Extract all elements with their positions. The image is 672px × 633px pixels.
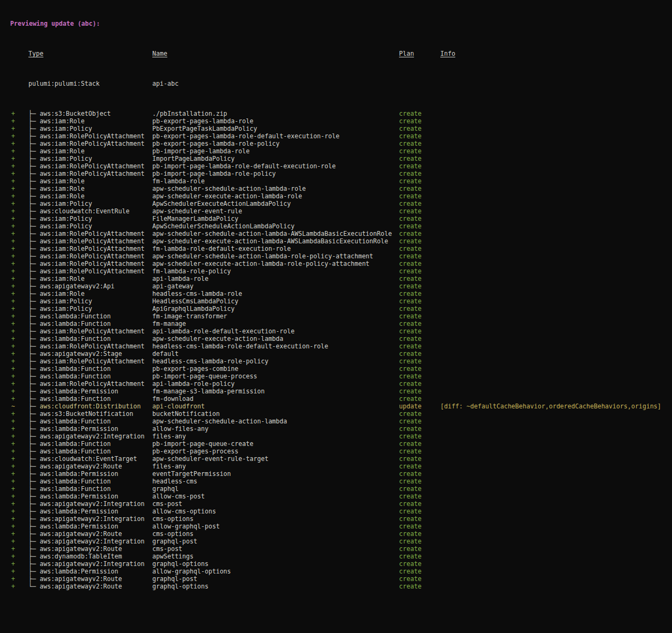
tree-connector-icon: ├─ xyxy=(28,140,40,147)
table-row: + ├─ aws:iam:Role api-lambda-role create xyxy=(10,275,672,282)
tree-connector-icon: ├─ xyxy=(28,388,40,395)
tree-connector-icon: ├─ xyxy=(28,207,40,215)
resource-name: pb-import-page-lambda-role xyxy=(152,147,399,155)
plan-value: create xyxy=(399,433,440,440)
row-op-marker: + xyxy=(10,132,28,140)
resource-name: pb-import-page-lambda-role-policy xyxy=(152,170,399,177)
table-row: + ├─ aws:apigatewayv2:Integration cms-op… xyxy=(10,515,672,523)
row-op-marker: + xyxy=(10,463,28,470)
row-op-marker: + xyxy=(10,125,28,132)
resource-name: apw-scheduler-execute-action-lambda xyxy=(152,335,399,342)
resource-name: ./pbInstallation.zip xyxy=(152,110,399,117)
resource-name: pb-export-pages-process xyxy=(152,448,399,455)
plan-value: create xyxy=(399,425,440,433)
plan-value: create xyxy=(399,230,440,237)
row-type-cell: ├─ aws:iam:RolePolicyAttachment xyxy=(28,252,152,260)
row-op-marker: + xyxy=(10,237,28,245)
stack-name: api-abc xyxy=(152,80,399,87)
plan-value: create xyxy=(399,395,440,403)
table-row: + ├─ aws:apigatewayv2:Route graphql-post… xyxy=(10,575,672,583)
resource-name: apw-scheduler-execute-action-lambda-role… xyxy=(152,260,399,267)
row-type-cell: ├─ aws:iam:RolePolicyAttachment xyxy=(28,245,152,252)
table-row: + ├─ aws:apigatewayv2:Integration graphq… xyxy=(10,538,672,545)
row-type-cell: ├─ aws:iam:RolePolicyAttachment xyxy=(28,170,152,177)
table-row: + ├─ aws:lambda:Function fm-manage creat… xyxy=(10,320,672,327)
table-row: + ├─ aws:iam:RolePolicyAttachment pb-exp… xyxy=(10,140,672,147)
tree-connector-icon: ├─ xyxy=(28,448,40,455)
table-row: + ├─ aws:lambda:Permission allow-cms-pos… xyxy=(10,493,672,500)
plan-value: create xyxy=(399,493,440,500)
table-row: + ├─ aws:iam:Role fm-lambda-role create xyxy=(10,177,672,185)
tree-connector-icon: ├─ xyxy=(28,508,40,515)
row-type-cell: ├─ aws:apigatewayv2:Route xyxy=(28,530,152,538)
table-row: + ├─ aws:iam:RolePolicyAttachment apw-sc… xyxy=(10,237,672,245)
tree-connector-icon: ├─ xyxy=(28,500,40,508)
row-type-cell: ├─ aws:lambda:Function xyxy=(28,373,152,380)
resource-type: aws:iam:RolePolicyAttachment xyxy=(40,132,144,140)
row-type-cell: └─ aws:apigatewayv2:Route xyxy=(28,583,152,590)
resource-type: aws:iam:Policy xyxy=(40,125,92,132)
table-row: + ├─ aws:cloudwatch:EventRule apw-schedu… xyxy=(10,207,672,215)
plan-value: create xyxy=(399,530,440,538)
table-row: + ├─ aws:iam:Role apw-scheduler-execute-… xyxy=(10,192,672,200)
resource-name: pb-export-pages-lambda-role xyxy=(152,117,399,125)
tree-connector-icon: ├─ xyxy=(28,132,40,140)
row-op-marker: + xyxy=(10,365,28,373)
resource-type: aws:lambda:Function xyxy=(40,448,111,455)
resource-type: aws:iam:RolePolicyAttachment xyxy=(40,380,144,388)
row-op-marker: + xyxy=(10,455,28,463)
row-type-cell: ├─ aws:s3:BucketNotification xyxy=(28,410,152,418)
row-op-marker: + xyxy=(10,267,28,275)
tree-connector-icon: ├─ xyxy=(28,215,40,222)
plan-value: create xyxy=(399,380,440,388)
tree-connector-icon: ├─ xyxy=(28,530,40,538)
row-type-cell: ├─ aws:iam:Policy xyxy=(28,297,152,305)
tree-connector-icon: ├─ xyxy=(28,117,40,125)
resource-type: aws:lambda:Function xyxy=(40,335,111,342)
resource-type: aws:dynamodb:TableItem xyxy=(40,553,122,560)
table-row: + ├─ aws:iam:RolePolicyAttachment headle… xyxy=(10,342,672,350)
tree-connector-icon: ├─ xyxy=(28,327,40,335)
row-op-marker: + xyxy=(10,110,28,117)
resource-type: aws:iam:Role xyxy=(40,185,85,192)
row-op-marker: + xyxy=(10,575,28,583)
resource-type: aws:lambda:Function xyxy=(40,418,111,425)
terminal-output: Previewing update (abc): Type Name Plan … xyxy=(0,0,672,633)
row-op-marker: ~ xyxy=(10,403,28,410)
tree-connector-icon: ├─ xyxy=(28,553,40,560)
table-row: + ├─ aws:iam:Policy FileManagerLambdaPol… xyxy=(10,215,672,222)
table-row: + ├─ aws:lambda:Permission fm-manage-s3-… xyxy=(10,388,672,395)
resource-name: apw-scheduler-execute-action-lambda-role xyxy=(152,192,399,200)
tree-connector-icon: ├─ xyxy=(28,568,40,575)
row-type-cell: ├─ aws:lambda:Permission xyxy=(28,523,152,530)
resource-name: allow-cms-options xyxy=(152,508,399,515)
row-op-marker: + xyxy=(10,260,28,267)
tree-connector-icon: ├─ xyxy=(28,358,40,365)
row-op-marker: + xyxy=(10,162,28,170)
table-row: + ├─ aws:iam:Policy ApwSchedulerSchedule… xyxy=(10,222,672,230)
table-row: + ├─ aws:iam:RolePolicyAttachment pb-exp… xyxy=(10,132,672,140)
tree-connector-icon: ├─ xyxy=(28,297,40,305)
table-row: + ├─ aws:lambda:Function graphql create xyxy=(10,485,672,493)
plan-value: create xyxy=(399,448,440,455)
resource-name: pb-import-page-queue-create xyxy=(152,440,399,448)
row-type-cell: ├─ aws:iam:RolePolicyAttachment xyxy=(28,342,152,350)
row-type-cell: ├─ aws:iam:Role xyxy=(28,177,152,185)
table-row: + ├─ aws:lambda:Function pb-import-page-… xyxy=(10,440,672,448)
row-op-marker: + xyxy=(10,350,28,358)
plan-value: create xyxy=(399,162,440,170)
plan-value: create xyxy=(399,207,440,215)
resource-type: aws:iam:Role xyxy=(40,192,85,200)
row-op-marker: + xyxy=(10,493,28,500)
resource-name: FileManagerLambdaPolicy xyxy=(152,215,399,222)
resource-type: aws:iam:RolePolicyAttachment xyxy=(40,252,144,260)
resource-name: fm-lambda-role xyxy=(152,177,399,185)
tree-connector-icon: ├─ xyxy=(28,320,40,327)
table-row: + ├─ aws:apigatewayv2:Route files-any cr… xyxy=(10,463,672,470)
table-row: + ├─ aws:iam:Role apw-scheduler-schedule… xyxy=(10,185,672,192)
row-op-marker: + xyxy=(10,425,28,433)
plan-value: create xyxy=(399,320,440,327)
plan-value: create xyxy=(399,553,440,560)
row-op-marker: + xyxy=(10,433,28,440)
row-type-cell: ├─ aws:cloudwatch:EventTarget xyxy=(28,455,152,463)
